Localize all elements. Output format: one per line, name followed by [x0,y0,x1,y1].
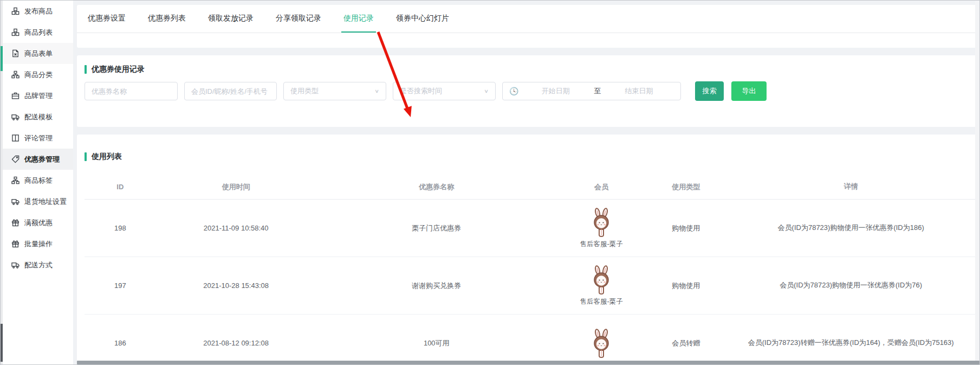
sidebar-item-label: 优惠券管理 [24,155,60,164]
sidebar-item-12[interactable]: 配送方式 [3,254,73,276]
sidebar-item-label: 品牌管理 [24,91,53,101]
gift-icon [11,240,20,248]
column-header-0: ID [85,181,156,193]
sitemap-icon [11,71,20,79]
sidebar-item-5[interactable]: 配送模板 [3,106,73,127]
sidebar-item-8[interactable]: 商品标签 [3,170,73,191]
member-name: 售后客服-栗子 [580,297,622,306]
start-date-placeholder: 开始日期 [521,86,590,96]
coupon-tabs: 优惠券设置优惠券列表领取发放记录分享领取记录使用记录领券中心幻灯片 [77,5,976,33]
sidebar-item-3[interactable]: 商品分类 [3,64,73,85]
cell-detail: 会员(ID为78723)转赠一张优惠券(ID为164)，受赠会员(ID为7516… [726,335,976,351]
time-search-select[interactable]: 是否搜索时间 ∨ [393,82,496,100]
use-type-select[interactable]: 使用类型 ∨ [283,82,386,100]
cell-use-type: 会员转赠 [646,336,726,350]
section-accent-bar [85,152,87,161]
tab-0[interactable]: 优惠券设置 [88,5,126,32]
member-avatar [590,265,612,294]
sidebar-item-label: 配送模板 [24,112,53,122]
tab-bar-card: 优惠券设置优惠券列表领取发放记录分享领取记录使用记录领券中心幻灯片 [77,5,976,48]
truck-icon [11,197,20,206]
left-scrollbar-track[interactable] [1,1,3,364]
sidebar-item-10[interactable]: 满额优惠 [3,212,73,233]
search-button[interactable]: 搜索 [695,81,724,101]
sitemap-icon [11,176,20,184]
usage-list-card: 使用列表 ID使用时间优惠券名称会员使用类型详情1982021-11-09 10… [77,135,976,365]
sidebar-item-4[interactable]: 品牌管理 [3,85,73,106]
cell-coupon-name: 谢谢购买兑换券 [316,279,557,293]
tab-2[interactable]: 领取发放记录 [208,5,254,32]
member-cell: 售后客服-栗子 [557,263,646,309]
cell-time: 2021-10-28 15:43:08 [156,279,316,292]
sidebar-item-0[interactable]: 发布商品 [3,1,73,22]
member-cell [557,326,646,360]
member-search-input[interactable] [184,82,277,100]
list-section-header: 使用列表 [85,152,976,162]
tab-5[interactable]: 领券中心幻灯片 [396,5,449,32]
coupon-admin-page: { "colors": { "accent": "#26b48c", "sear… [0,0,980,365]
filter-card: 优惠券使用记录 使用类型 ∨ 是否搜索时间 ∨ 🕓 开始日期 至 结束日期 搜索… [77,55,976,127]
list-section-title: 使用列表 [92,152,122,162]
tab-4[interactable]: 使用记录 [343,5,374,32]
column-header-4: 使用类型 [646,180,726,194]
cell-coupon-name: 100可用 [316,336,557,350]
file-x-icon [11,49,20,57]
table-row-1: 1972021-10-28 15:43:08谢谢购买兑换券 售后客服-栗子购物使… [85,257,976,315]
member-avatar [590,208,612,237]
column-header-2: 优惠券名称 [316,180,557,194]
tab-1[interactable]: 优惠券列表 [148,5,186,32]
sidebar-item-label: 商品分类 [24,70,53,80]
sidebar-item-label: 退货地址设置 [24,197,67,207]
table-header-row: ID使用时间优惠券名称会员使用类型详情 [85,175,976,200]
member-name: 售后客服-栗子 [580,240,622,249]
sidebar-item-9[interactable]: 退货地址设置 [3,191,73,212]
sidebar-item-label: 商品表单 [24,49,53,59]
sidebar-item-2[interactable]: 商品表单 [3,43,73,64]
clock-icon: 🕓 [509,87,518,95]
tab-3[interactable]: 分享领取记录 [276,5,321,32]
left-scrollbar-thumb-teal[interactable] [1,46,3,71]
column-header-3: 会员 [557,180,646,194]
cell-coupon-name: 栗子门店优惠券 [316,221,557,235]
sidebar-item-label: 配送方式 [24,260,53,270]
section-accent-bar [85,65,87,74]
column-header-1: 使用时间 [156,180,316,194]
column-header-5: 详情 [726,178,976,195]
sidebar-item-11[interactable]: 批量操作 [3,233,73,254]
sidebar-item-label: 满额优惠 [24,218,53,228]
sidebar-item-label: 商品列表 [24,28,53,37]
sidebar-item-7[interactable]: 优惠券管理 [3,149,73,170]
right-scrollbar-track[interactable] [975,1,979,364]
cell-time: 2021-08-12 09:12:08 [156,337,316,349]
usage-table: ID使用时间优惠券名称会员使用类型详情1982021-11-09 10:58:4… [85,175,976,365]
sidebar-item-label: 发布商品 [24,7,53,16]
cell-id: 197 [85,279,156,292]
left-scrollbar-thumb-dark[interactable] [1,324,3,362]
cell-detail: 会员(ID为78723)购物使用一张优惠券(ID为76) [726,277,976,293]
cubes-icon [11,28,20,36]
chevron-down-icon: ∨ [484,88,489,94]
filter-row: 使用类型 ∨ 是否搜索时间 ∨ 🕓 开始日期 至 结束日期 搜索 导出 [85,81,976,101]
cell-use-type: 购物使用 [646,279,726,293]
horizontal-scrollbar-thumb[interactable] [77,361,979,364]
export-button[interactable]: 导出 [731,81,767,101]
date-range-picker[interactable]: 🕓 开始日期 至 结束日期 [502,82,681,100]
sidebar-item-label: 评论管理 [24,133,53,143]
use-type-select-placeholder: 使用类型 [290,86,374,96]
member-cell: 售后客服-栗子 [557,206,646,251]
columns-icon [11,134,20,142]
cell-time: 2021-11-09 10:58:40 [156,222,316,234]
sidebar-item-label: 商品标签 [24,176,53,185]
chevron-down-icon: ∨ [374,88,379,94]
filter-section-title: 优惠券使用记录 [92,65,145,74]
truck-icon [11,261,20,269]
table-row-2: 1862021-08-12 09:12:08100可用 会员转赠会员(ID为78… [85,315,976,365]
sidebar-item-1[interactable]: 商品列表 [3,22,73,43]
sidebar-item-6[interactable]: 评论管理 [3,127,73,149]
coupon-name-input[interactable] [85,82,178,100]
time-search-select-placeholder: 是否搜索时间 [400,86,484,96]
cell-use-type: 购物使用 [646,221,726,235]
sidebar-nav: 发布商品商品列表商品表单商品分类品牌管理配送模板评论管理优惠券管理商品标签退货地… [3,1,73,364]
cell-id: 186 [85,337,156,349]
truck-icon [11,113,20,121]
